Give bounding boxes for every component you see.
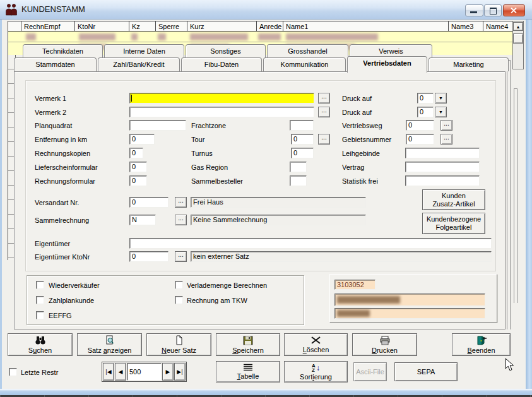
stacked-page-edge <box>514 88 517 303</box>
tabelle-button[interactable]: Tabelle <box>216 361 280 382</box>
grid-header-kurz[interactable]: Kurz <box>187 21 257 32</box>
redacted-text <box>258 33 281 40</box>
tab-interne-daten[interactable]: Interne Daten <box>104 44 184 59</box>
nav-next-button[interactable]: ▶ <box>162 363 174 381</box>
kundenstamm-window: KUNDENSTAMM RechnEmpf KtoNr Kz Sperre Ku… <box>0 0 532 397</box>
window-title: KUNDENSTAMM <box>21 4 85 14</box>
table-list-icon <box>243 364 253 372</box>
sort-az-icon: AZ ↓ <box>312 364 320 373</box>
redacted-text <box>79 33 115 40</box>
redacted-text <box>190 33 248 40</box>
speichern-button[interactable]: Speichern <box>216 333 280 356</box>
tab-marketing[interactable]: Marketing <box>429 57 509 71</box>
ascii-file-button: Ascii-File <box>353 362 387 381</box>
nav-first-button[interactable]: |◀ <box>103 363 114 381</box>
stacked-page-edge <box>507 60 511 329</box>
suchen-button[interactable]: Suchen <box>8 333 73 356</box>
record-count-input[interactable]: 500 <box>127 363 162 381</box>
drucken-button[interactable]: Drucken <box>352 333 417 356</box>
minimize-button[interactable] <box>465 4 483 16</box>
grid-header-name3[interactable]: Name3 <box>449 21 483 32</box>
loeschen-button[interactable]: Löschen <box>284 333 348 356</box>
nav-next-icon: ▶ <box>166 369 170 375</box>
grid-rowheader-column <box>8 21 21 32</box>
neuer-satz-button[interactable]: Neuer Satz <box>146 333 211 356</box>
close-button[interactable] <box>503 4 525 16</box>
window-border-right <box>526 19 532 397</box>
grid-header-rechnempf[interactable]: RechnEmpf <box>21 21 75 32</box>
mouse-cursor <box>505 358 515 373</box>
minimize-icon <box>470 11 477 13</box>
nav-last-icon: ▶| <box>177 369 182 375</box>
sortierung-button[interactable]: AZ ↓ Sortierung <box>284 361 348 382</box>
nav-prev-icon: ◀ <box>119 369 123 375</box>
view-record-icon <box>104 335 115 347</box>
binoculars-icon <box>35 336 46 347</box>
tab-technikdaten[interactable]: Technikdaten <box>23 44 103 59</box>
maximize-button[interactable] <box>484 4 502 16</box>
letzte-restr-checkbox[interactable] <box>9 368 17 376</box>
titlebar: KUNDENSTAMM <box>0 0 532 20</box>
maximize-icon <box>490 8 497 15</box>
scroll-up-button[interactable]: ▲ <box>513 22 523 31</box>
grid-header-sperre[interactable]: Sperre <box>156 21 187 32</box>
scroll-up-icon: ▲ <box>516 25 521 29</box>
redacted-text <box>131 33 138 40</box>
save-icon <box>243 336 253 347</box>
record-navigator <box>102 362 187 382</box>
app-icon <box>4 3 18 17</box>
beenden-button[interactable]: Beenden <box>452 333 511 356</box>
satz-anzeigen-button[interactable]: Satz anzeigen <box>77 333 142 356</box>
printer-icon <box>379 336 391 347</box>
redacted-text <box>286 33 378 40</box>
tab-vertriebsdaten-active[interactable]: Vertriebsdaten <box>347 56 427 73</box>
grid-header-ktonr[interactable]: KtoNr <box>75 21 129 32</box>
nav-first-icon: |◀ <box>105 369 111 375</box>
nav-last-button[interactable]: ▶| <box>174 363 186 381</box>
sepa-button[interactable]: SEPA <box>394 362 458 381</box>
grid-header-kz[interactable]: Kz <box>129 21 156 32</box>
tab-kommunikation[interactable]: Kommunikation <box>263 57 346 71</box>
tab-stammdaten[interactable]: Stammdaten <box>14 57 97 71</box>
tab-grosshandel[interactable]: Grosshandel <box>267 44 348 59</box>
grid-header-anrede[interactable]: Anrede <box>257 21 283 32</box>
vertriebsdaten-page <box>14 71 505 329</box>
scrollbar-thumb[interactable] <box>513 33 523 44</box>
tab-fibu-daten[interactable]: Fibu-Daten <box>181 57 262 71</box>
new-record-icon <box>174 335 185 347</box>
exit-door-icon <box>476 336 487 347</box>
redacted-text <box>26 33 36 40</box>
customer-grid-header: RechnEmpf KtoNr Kz Sperre Kurz Anrede Na… <box>8 21 524 32</box>
tab-sonstiges[interactable]: Sonstiges <box>186 44 266 59</box>
grid-row-selected[interactable] <box>8 32 512 42</box>
delete-x-icon <box>310 336 321 346</box>
grid-header-name1[interactable]: Name1 <box>283 21 449 32</box>
grid-header-name4[interactable]: Name4 <box>483 21 513 32</box>
tab-zahl-bank-kredit[interactable]: Zahl/Bank/Kredit <box>98 57 180 71</box>
window-border-left <box>0 19 2 397</box>
nav-prev-button[interactable]: ◀ <box>115 363 126 381</box>
letzte-restr-label: Letzte Restr <box>21 369 58 377</box>
redacted-text <box>158 33 166 40</box>
